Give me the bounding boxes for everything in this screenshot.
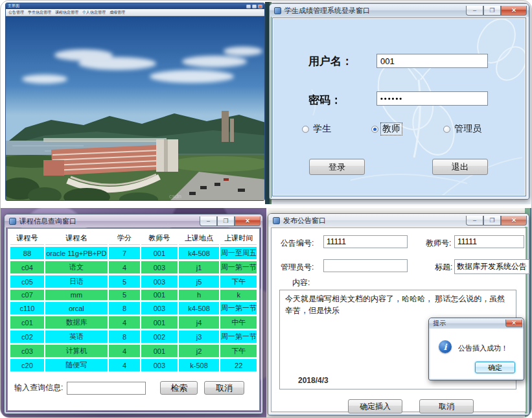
role-radio-teacher[interactable]: 教师 <box>371 123 402 135</box>
minimize-icon[interactable]: – <box>466 216 483 226</box>
teacher-no-label: 教师号: <box>426 238 451 249</box>
table-cell: 003 <box>141 302 178 314</box>
table-cell: 中午 <box>220 316 257 329</box>
table-cell: 5 <box>109 275 140 288</box>
table-row[interactable]: c07mm5001hk <box>10 290 257 300</box>
table-cell: j1 <box>179 261 220 273</box>
radio-icon[interactable] <box>302 126 309 133</box>
table-cell: 8 <box>109 331 140 343</box>
menu-item[interactable]: 课程信息管理 <box>55 10 78 16</box>
table-row[interactable]: c03计算机4001j2下午 <box>10 345 257 357</box>
column-header: 上课地点 <box>179 232 220 245</box>
course-window-titlebar[interactable]: 课程信息查询窗口 – ❐ ✕ <box>5 215 262 227</box>
message-box-body: i 公告插入成功！ 确定 <box>431 329 522 378</box>
table-row[interactable]: c01数据库4001j4中午 <box>10 316 257 329</box>
close-icon[interactable]: ✕ <box>235 216 260 226</box>
table-cell: 数据库 <box>45 316 108 329</box>
table-cell: 001 <box>141 345 178 357</box>
menu-item[interactable]: 个人信息管理 <box>82 10 106 16</box>
message-box: 提示 ✕ i 公告插入成功！ 确定 <box>428 318 524 380</box>
message-box-titlebar[interactable]: 提示 ✕ <box>429 318 524 329</box>
login-window: 学生成绩管理系统登录窗口 – ❐ ✕ 用户名： <box>269 3 529 200</box>
table-cell: 英语 <box>45 331 108 343</box>
confirm-insert-button[interactable]: 确定插入 <box>348 399 402 413</box>
table-row[interactable]: c02英语8002j3周一第一节 <box>10 331 257 343</box>
radio-icon[interactable] <box>371 126 378 133</box>
table-cell: 4 <box>109 359 140 371</box>
username-input[interactable] <box>376 54 488 68</box>
column-header: 课程号 <box>10 232 44 245</box>
table-cell: j2 <box>179 345 220 357</box>
search-button[interactable]: 检索 <box>160 381 198 395</box>
course-query-window: 课程信息查询窗口 – ❐ ✕ 课程号课程名学分教师号上课地点上课时间 88ora… <box>4 214 263 414</box>
announce-window-body: 公告编号: 教师号: 管理员号: 标题: 数据库开发系统公告 内容: 今天就是编… <box>271 227 526 412</box>
role-radio-admin[interactable]: 管理员 <box>443 123 483 135</box>
admin-no-label: 管理员号: <box>281 262 314 273</box>
table-cell: 003 <box>141 275 178 288</box>
minimize-icon[interactable]: – <box>466 6 483 16</box>
teacher-no-input[interactable] <box>454 235 524 248</box>
table-cell: 周一第一节 <box>220 331 257 343</box>
table-row[interactable]: c04语文4003j1周一第一节 <box>10 261 257 273</box>
maximize-icon[interactable]: ❐ <box>483 216 501 226</box>
maximize-icon[interactable]: ❐ <box>483 6 501 16</box>
announce-no-input[interactable] <box>323 235 408 248</box>
maximize-icon[interactable] <box>252 5 257 8</box>
role-radio-student[interactable]: 学生 <box>302 123 332 135</box>
table-row[interactable]: c05日语5003j5下午 <box>10 275 257 288</box>
menu-item[interactable]: 学生信息管理 <box>28 10 51 16</box>
admin-no-input[interactable] <box>323 259 408 272</box>
table-cell: 5 <box>109 290 140 300</box>
table-cell: 下午 <box>220 275 257 288</box>
cancel-button[interactable]: 取消 <box>419 399 474 413</box>
table-cell: c05 <box>10 275 44 288</box>
title-label: 标题: <box>435 262 452 273</box>
table-cell: 003 <box>141 261 178 273</box>
menu-item[interactable]: 成绩管理 <box>110 10 125 16</box>
query-input[interactable] <box>67 382 146 395</box>
course-window-body: 课程号课程名学分教师号上课地点上课时间 88oracle 11g+PB+PD70… <box>7 228 260 411</box>
maximize-icon[interactable]: ❐ <box>217 216 235 226</box>
screenshot-canvas: 主界面 公告管理学生信息管理课程信息管理个人信息管理成绩管理 <box>0 0 532 418</box>
login-button[interactable]: 登录 <box>309 159 365 175</box>
table-cell: j4 <box>179 316 220 329</box>
table-cell: c20 <box>10 359 44 371</box>
column-header: 教师号 <box>141 232 178 245</box>
close-icon[interactable]: ✕ <box>501 6 527 16</box>
table-row[interactable]: c20随便写4003k-50822 <box>10 359 257 371</box>
radio-icon[interactable] <box>443 126 450 133</box>
table-cell: 88 <box>10 247 44 259</box>
table-cell: c03 <box>10 345 44 357</box>
table-row[interactable]: c110orcal8003k4-508周一第一节 <box>10 302 257 314</box>
password-input[interactable] <box>376 91 488 106</box>
message-box-title: 提示 <box>433 319 446 328</box>
table-cell: c04 <box>10 261 44 273</box>
close-icon[interactable] <box>258 5 262 8</box>
table-cell: k-508 <box>179 359 220 371</box>
exit-button[interactable]: 退出 <box>432 159 488 175</box>
password-label: 密码： <box>308 93 341 108</box>
content-date: 2018/4/3 <box>298 375 329 386</box>
announce-window-titlebar[interactable]: 发布公告窗口 – ❐ ✕ <box>268 214 529 227</box>
minimize-icon[interactable]: – <box>200 216 217 226</box>
table-cell: mm <box>45 290 108 300</box>
message-text: 公告插入成功！ <box>458 343 508 353</box>
minimize-icon[interactable] <box>246 5 251 8</box>
column-header: 学分 <box>109 232 140 245</box>
cancel-button[interactable]: 取消 <box>204 381 244 395</box>
title-value-box[interactable]: 数据库开发系统公告 <box>454 259 529 274</box>
table-cell: 4 <box>109 261 140 273</box>
announce-window-title: 发布公告窗口 <box>283 216 326 226</box>
table-cell: k4-508 <box>179 247 220 259</box>
table-cell: c01 <box>10 316 44 329</box>
table-cell: 语文 <box>45 261 108 273</box>
table-row[interactable]: 88oracle 11g+PB+PD7001k4-508周一至周五 <box>10 247 257 259</box>
table-cell: c07 <box>10 290 44 300</box>
menu-item[interactable]: 公告管理 <box>8 10 24 16</box>
close-icon[interactable]: ✕ <box>505 319 522 327</box>
ok-button[interactable]: 确定 <box>475 362 515 373</box>
main-window-titlebar[interactable]: 主界面 <box>6 3 264 9</box>
course-table: 课程号课程名学分教师号上课地点上课时间 88oracle 11g+PB+PD70… <box>9 230 258 373</box>
login-window-titlebar[interactable]: 学生成绩管理系统登录窗口 – ❐ ✕ <box>270 4 529 17</box>
close-icon[interactable]: ✕ <box>501 216 527 226</box>
